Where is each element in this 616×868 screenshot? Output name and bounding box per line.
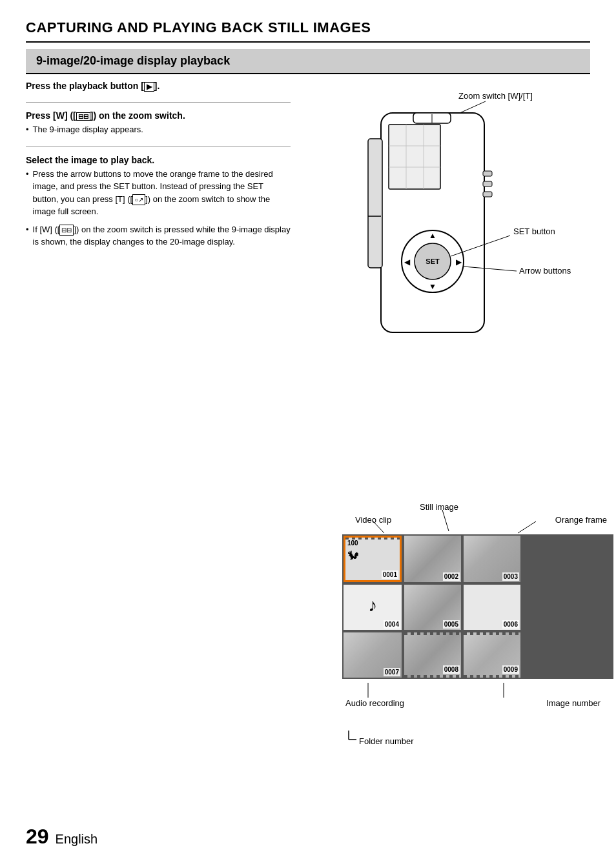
folder-number-section: Folder number — [349, 736, 613, 746]
camera-screen — [389, 125, 440, 189]
dashed-bottom-0008 — [404, 675, 461, 678]
set-button-label: SET button — [513, 227, 555, 236]
step-1-block: Press the playback button [▶]. — [26, 81, 291, 103]
folder-number: 100 — [347, 540, 358, 547]
image-number-label: Image number — [546, 698, 601, 708]
btn-r2 — [483, 181, 492, 187]
btn-r1 — [483, 171, 492, 176]
page-container: CAPTURING AND PLAYING BACK STILL IMAGES … — [0, 0, 616, 868]
thumb-0001: 100 🐿 0001 — [344, 536, 402, 582]
step-3-title: Select the image to play back. — [26, 155, 291, 165]
svg-line-13 — [518, 521, 536, 533]
bullet-dot: • — [26, 123, 29, 136]
page-number: 29 — [26, 825, 49, 849]
grid-labels-top: Video clip Still image Orange frame — [342, 496, 613, 534]
still-image-label: Still image — [420, 502, 458, 512]
step-1-title: Press the playback button [▶]. — [26, 81, 291, 92]
left-panel: Press the playback button [▶]. Press [W]… — [26, 81, 303, 746]
svg-text:◀: ◀ — [404, 257, 411, 267]
svg-line-12 — [442, 510, 449, 531]
thumbnail-grid: 100 🐿 0001 0002 — [342, 534, 613, 679]
video-clip-label: Video clip — [355, 515, 391, 525]
num-0005: 0005 — [443, 620, 460, 629]
folder-line-svg — [349, 731, 478, 743]
dashed-top-0001 — [345, 538, 400, 540]
svg-text:▼: ▼ — [429, 282, 436, 291]
orange-frame-label: Orange frame — [555, 515, 607, 525]
video-icon: 🐿 — [347, 549, 359, 563]
section-title: 9-image/20-image display playback — [26, 49, 590, 73]
bullet-dot-3: • — [26, 223, 29, 248]
svg-text:▲: ▲ — [429, 231, 436, 240]
svg-text:SET: SET — [426, 257, 440, 265]
arrow-buttons-label: Arrow buttons — [519, 266, 571, 276]
camera-left-panel — [368, 139, 382, 268]
step-3-bullet-2: If [W] ([⊟⊟]) on the zoom switch is pres… — [33, 223, 291, 248]
thumb-0007: 0007 — [344, 632, 402, 678]
camera-svg-container: Zoom switch [W]/[T] — [303, 87, 613, 746]
num-0008: 0008 — [443, 665, 460, 674]
thumb-0009: 0009 — [464, 632, 520, 678]
num-0002: 0002 — [443, 572, 460, 581]
num-0007: 0007 — [384, 668, 400, 676]
step-2-body: • The 9-image display appears. — [26, 123, 291, 136]
dashed-top-0008 — [404, 632, 461, 635]
thumbnail-section: Video clip Still image Orange frame — [342, 496, 613, 746]
page-footer: 29 English — [26, 825, 98, 849]
step-3-bullet-1: Press the arrow buttons to move the oran… — [33, 168, 291, 218]
dashed-top-0009 — [464, 632, 520, 635]
step-2-title: Press [W] ([⊟⊟]) on the zoom switch. — [26, 110, 291, 121]
svg-text:▶: ▶ — [456, 257, 462, 267]
dashed-bottom-0009 — [464, 675, 520, 678]
audio-recording-label: Audio recording — [345, 698, 404, 708]
num-0004: 0004 — [384, 620, 400, 629]
grid-labels-bottom: Audio recording Image number — [342, 681, 613, 733]
btn-r3 — [483, 192, 492, 197]
content-area: Press the playback button [▶]. Press [W]… — [26, 73, 590, 746]
thumb-0004: ♪ 0004 — [344, 585, 402, 630]
num-0003: 0003 — [502, 572, 519, 581]
thumb-0003: 0003 — [464, 536, 520, 582]
thumb-0006: 0006 — [464, 585, 520, 630]
num-0009: 0009 — [502, 665, 519, 674]
num-0001: 0001 — [382, 570, 398, 579]
zoom-switch-label: Zoom switch [W]/[T] — [458, 91, 533, 101]
thumb-0005: 0005 — [404, 585, 461, 630]
page-language: English — [56, 832, 98, 847]
main-title: CAPTURING AND PLAYING BACK STILL IMAGES — [26, 19, 590, 43]
bullet-dot-2: • — [26, 168, 29, 218]
thumb-0008: 0008 — [404, 632, 461, 678]
right-panel: Zoom switch [W]/[T] — [303, 81, 613, 746]
step-2-block: Press [W] ([⊟⊟]) on the zoom switch. • T… — [26, 110, 291, 147]
step-3-block: Select the image to play back. • Press t… — [26, 155, 291, 259]
num-0006: 0006 — [502, 620, 519, 629]
step-3-body: • Press the arrow buttons to move the or… — [26, 168, 291, 248]
audio-icon: ♪ — [368, 595, 377, 616]
step-2-bullet-1: The 9-image display appears. — [33, 123, 143, 136]
thumb-0002: 0002 — [404, 536, 461, 582]
